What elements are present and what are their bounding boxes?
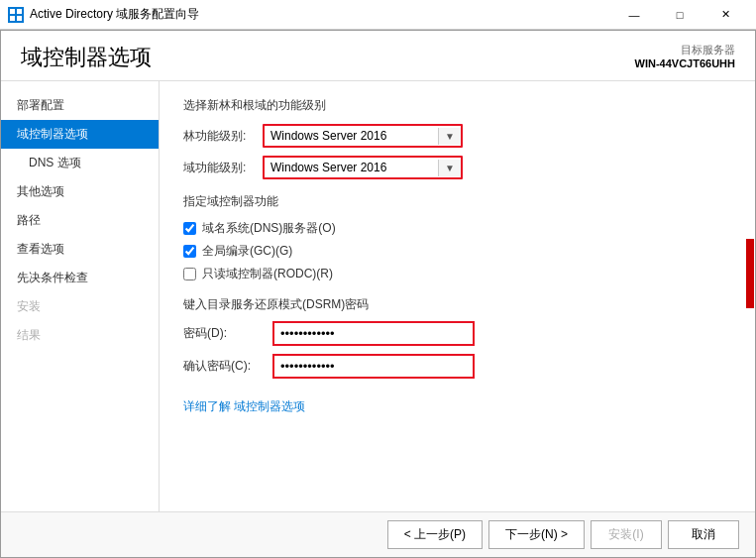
dc-options-link[interactable]: 详细了解 域控制器选项: [183, 399, 305, 413]
confirm-label: 确认密码(C):: [183, 358, 272, 375]
dsrm-section-title: 键入目录服务还原模式(DSRM)密码: [183, 296, 731, 313]
forest-dropdown-wrapper: Windows Server 2016 Windows Server 2012 …: [263, 124, 463, 148]
sidebar: 部署配置 域控制器选项 DNS 选项 其他选项 路径 查看选项 先决条件检查 安…: [1, 81, 160, 511]
sidebar-item-paths[interactable]: 路径: [1, 206, 159, 235]
sidebar-item-dc-options[interactable]: 域控制器选项: [1, 120, 159, 149]
titlebar-title: Active Directory 域服务配置向导: [30, 6, 611, 23]
main-window: 域控制器选项 目标服务器 WIN-44VCJT66UHH 部署配置 域控制器选项…: [0, 30, 756, 558]
sidebar-item-prereq[interactable]: 先决条件检查: [1, 264, 159, 292]
install-button: 安装(I): [591, 520, 662, 549]
gc-checkbox-row: 全局编录(GC)(G): [183, 243, 731, 260]
rodc-checkbox[interactable]: [183, 268, 196, 280]
domain-level-select[interactable]: Windows Server 2016 Windows Server 2012 …: [265, 158, 438, 177]
server-name: WIN-44VCJT66UHH: [635, 57, 735, 69]
forest-label: 林功能级别:: [183, 128, 263, 145]
svg-rect-0: [10, 9, 15, 14]
gc-checkbox[interactable]: [183, 245, 196, 258]
forest-level-row: 林功能级别: Windows Server 2016 Windows Serve…: [183, 124, 731, 148]
gc-checkbox-label[interactable]: 全局编录(GC)(G): [202, 243, 292, 260]
next-button[interactable]: 下一步(N) >: [488, 520, 585, 549]
window-controls: — □ ✕: [611, 0, 748, 30]
sidebar-item-dns-options[interactable]: DNS 选项: [1, 149, 159, 177]
app-icon: [8, 7, 24, 23]
confirm-input[interactable]: [274, 356, 473, 377]
forest-dropdown-arrow[interactable]: ▼: [438, 128, 461, 145]
confirm-row: 确认密码(C):: [183, 354, 731, 379]
confirm-input-wrapper: [272, 354, 475, 379]
password-input[interactable]: [274, 323, 473, 344]
sidebar-item-install: 安装: [1, 292, 159, 321]
minimize-button[interactable]: —: [611, 0, 657, 30]
domain-dropdown-wrapper: Windows Server 2016 Windows Server 2012 …: [263, 156, 463, 179]
close-button[interactable]: ✕: [702, 0, 748, 30]
svg-rect-1: [17, 9, 22, 14]
maximize-button[interactable]: □: [657, 0, 702, 30]
sidebar-item-review[interactable]: 查看选项: [1, 235, 159, 264]
server-info: 目标服务器 WIN-44VCJT66UHH: [635, 43, 735, 69]
page-title: 域控制器选项: [21, 43, 152, 72]
password-label: 密码(D):: [183, 325, 272, 342]
main-panel: 选择新林和根域的功能级别 林功能级别: Windows Server 2016 …: [160, 81, 755, 511]
sidebar-item-result: 结果: [1, 321, 159, 350]
rodc-checkbox-row: 只读域控制器(RODC)(R): [183, 266, 731, 282]
forest-level-select[interactable]: Windows Server 2016 Windows Server 2012 …: [265, 126, 438, 146]
svg-rect-3: [17, 16, 22, 21]
domain-dropdown-arrow[interactable]: ▼: [438, 160, 461, 176]
dns-checkbox[interactable]: [183, 222, 196, 235]
svg-rect-2: [10, 16, 15, 21]
content-area: 部署配置 域控制器选项 DNS 选项 其他选项 路径 查看选项 先决条件检查 安…: [1, 81, 755, 511]
functional-level-section-title: 选择新林和根域的功能级别: [183, 97, 731, 114]
dns-checkbox-row: 域名系统(DNS)服务器(O): [183, 220, 731, 237]
scrollbar-indicator[interactable]: [746, 239, 754, 308]
dns-checkbox-label[interactable]: 域名系统(DNS)服务器(O): [202, 220, 336, 237]
cancel-button[interactable]: 取消: [668, 520, 739, 549]
dc-functions-section: 指定域控制器功能 域名系统(DNS)服务器(O) 全局编录(GC)(G) 只读域…: [183, 193, 731, 282]
titlebar: Active Directory 域服务配置向导 — □ ✕: [0, 0, 756, 30]
password-input-wrapper: [272, 321, 475, 346]
rodc-checkbox-label[interactable]: 只读域控制器(RODC)(R): [202, 266, 333, 282]
domain-label: 域功能级别:: [183, 160, 263, 176]
password-row: 密码(D):: [183, 321, 731, 346]
server-label: 目标服务器: [635, 43, 735, 57]
footer: < 上一步(P) 下一步(N) > 安装(I) 取消: [1, 511, 755, 557]
link-area: 详细了解 域控制器选项: [183, 398, 731, 415]
domain-level-row: 域功能级别: Windows Server 2016 Windows Serve…: [183, 156, 731, 179]
sidebar-item-other-options[interactable]: 其他选项: [1, 177, 159, 206]
dc-functions-title: 指定域控制器功能: [183, 193, 731, 210]
back-button[interactable]: < 上一步(P): [387, 520, 483, 549]
sidebar-item-deploy[interactable]: 部署配置: [1, 91, 159, 120]
header: 域控制器选项 目标服务器 WIN-44VCJT66UHH: [1, 31, 755, 81]
